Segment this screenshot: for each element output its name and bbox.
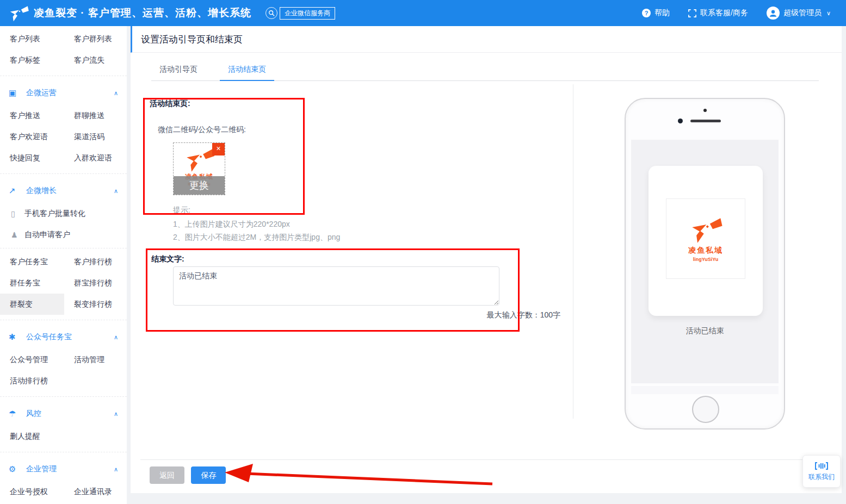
sidebar-item[interactable]: ♟自动申请客户 bbox=[0, 224, 127, 245]
contact-service-button[interactable]: 联系客服/商务 bbox=[688, 8, 748, 18]
replace-image-button[interactable]: 更换 bbox=[174, 176, 225, 195]
top-header: 凌鱼裂变 · 客户管理、运营、活粉、增长系统 企业微信服务商 ? 帮助 联系客服… bbox=[0, 0, 846, 26]
sidebar-item[interactable]: 群裂变 bbox=[0, 294, 64, 315]
sidebar-item[interactable]: 客户欢迎语 bbox=[0, 126, 64, 147]
end-text-input[interactable]: 活动已结束 bbox=[173, 266, 499, 306]
qr-image-upload-preview[interactable]: × 凌鱼私域 lingYuSiYu 更换 bbox=[173, 142, 225, 195]
sidebar: 客户列表客户群列表客户标签客户流失▣企微运营∧客户推送群聊推送客户欢迎语渠道活码… bbox=[0, 26, 127, 504]
chevron-up-icon: ∧ bbox=[114, 410, 118, 418]
divider bbox=[0, 396, 127, 397]
sidebar-group-header[interactable]: ☂风控∧ bbox=[0, 402, 127, 426]
sidebar-item[interactable]: 入群欢迎语 bbox=[64, 147, 127, 169]
sidebar-item bbox=[64, 370, 127, 391]
sidebar-item[interactable]: 客户流失 bbox=[64, 49, 127, 71]
sidebar-item[interactable]: ▯手机客户批量转化 bbox=[0, 203, 127, 224]
sidebar-item[interactable]: 群宝排行榜 bbox=[64, 272, 127, 294]
sidebar-item[interactable]: 群任务宝 bbox=[0, 272, 64, 294]
help-label: 帮助 bbox=[654, 8, 670, 18]
scan-frame-icon bbox=[688, 9, 696, 17]
phone-home-button bbox=[692, 396, 719, 423]
sidebar-group-header[interactable]: ✱公众号任务宝∧ bbox=[0, 325, 127, 349]
contact-us-label: 联系我们 bbox=[808, 472, 835, 482]
sidebar-group-title: 企业管理 bbox=[26, 464, 114, 474]
sidebar-group-header[interactable]: ⚙企业管理∧ bbox=[0, 457, 127, 481]
sidebar-item-grid: 客户列表客户群列表客户标签客户流失 bbox=[0, 28, 127, 71]
save-button[interactable]: 保存 bbox=[191, 466, 226, 484]
sidebar-group-2: ↗企微增长∧▯手机客户批量转化♟自动申请客户客户任务宝客户排行榜群任务宝群宝排行… bbox=[0, 177, 127, 317]
sidebar-group-1: ▣企微运营∧客户推送群聊推送客户欢迎语渠道活码快捷回复入群欢迎语 bbox=[0, 79, 127, 171]
sidebar-item[interactable]: 公众号管理 bbox=[0, 349, 64, 370]
avatar bbox=[767, 7, 780, 20]
tips-title: 提示: bbox=[173, 206, 190, 215]
sidebar-group-title: 企微运营 bbox=[26, 88, 114, 98]
divider bbox=[0, 76, 127, 76]
sidebar-item[interactable]: 企业号授权 bbox=[0, 481, 64, 502]
divider bbox=[0, 248, 127, 248]
logo-latin-text: lingYuSiYu bbox=[693, 257, 719, 262]
sidebar-item[interactable]: 活动排行榜 bbox=[0, 370, 64, 391]
sidebar-item[interactable]: 客户标签 bbox=[0, 49, 64, 71]
sidebar-item[interactable]: 快捷回复 bbox=[0, 147, 64, 169]
sidebar-item[interactable]: 裂变排行榜 bbox=[64, 294, 127, 315]
divider bbox=[0, 452, 127, 452]
sidebar-item[interactable]: 企业通讯录 bbox=[64, 481, 127, 502]
sidebar-group-header[interactable]: ▣企微运营∧ bbox=[0, 81, 127, 105]
sidebar-group-5: ⚙企业管理∧企业号授权企业通讯录订单中心我的产品 bbox=[0, 455, 127, 504]
brand-logo-image bbox=[183, 146, 215, 172]
sidebar-item[interactable]: 渠道活码 bbox=[64, 126, 127, 147]
phone-camera-icon bbox=[678, 119, 683, 123]
question-icon: ? bbox=[642, 9, 651, 17]
sidebar-item[interactable]: 客户列表 bbox=[0, 28, 64, 49]
tip-line-1: 1、上传图片建议尺寸为220*220px bbox=[173, 220, 290, 229]
sidebar-item-grid: 删人提醒 bbox=[0, 426, 127, 447]
asterisk-icon: ✱ bbox=[9, 332, 20, 342]
sidebar-item-grid: 客户任务宝客户排行榜群任务宝群宝排行榜群裂变裂变排行榜 bbox=[0, 251, 127, 315]
help-button[interactable]: ? 帮助 bbox=[642, 8, 670, 18]
sidebar-item[interactable]: 群聊推送 bbox=[64, 105, 127, 126]
tab-bar: 活动引导页 活动结束页 bbox=[151, 60, 819, 81]
sidebar-item bbox=[64, 426, 127, 447]
sidebar-item-grid: 客户推送群聊推送客户欢迎语渠道活码快捷回复入群欢迎语 bbox=[0, 105, 127, 169]
tab-activity-guide-page[interactable]: 活动引导页 bbox=[151, 60, 206, 80]
sidebar-item-label: 自动申请客户 bbox=[24, 230, 70, 240]
gear-icon: ⚙ bbox=[9, 464, 20, 474]
end-text-label: 结束文字: bbox=[151, 254, 184, 264]
chevron-up-icon: ∧ bbox=[114, 466, 118, 473]
form-footer: 返回 保存 bbox=[140, 459, 822, 493]
sidebar-item[interactable]: 活动管理 bbox=[64, 349, 127, 370]
chevron-up-icon: ∧ bbox=[114, 90, 118, 97]
sidebar-item-grid: 公众号管理活动管理活动排行榜 bbox=[0, 349, 127, 391]
sidebar-group-3: ✱公众号任务宝∧公众号管理活动管理活动排行榜 bbox=[0, 323, 127, 394]
sidebar-item[interactable]: 删人提醒 bbox=[0, 426, 64, 447]
sidebar-group-header[interactable]: ↗企微增长∧ bbox=[0, 179, 127, 203]
sidebar-group-title: 风控 bbox=[26, 409, 114, 419]
end-page-section-label: 活动结束页: bbox=[150, 99, 190, 109]
sidebar-item-grid: 企业号授权企业通讯录订单中心我的产品 bbox=[0, 481, 127, 504]
page-title: 设置活动引导页和结束页 bbox=[141, 33, 243, 46]
sidebar-group-title: 企微增长 bbox=[26, 186, 114, 196]
qr-code-label: 微信二维码/公众号二维码: bbox=[158, 125, 246, 135]
remove-image-button[interactable]: × bbox=[212, 143, 225, 155]
sidebar-item[interactable]: 客户排行榜 bbox=[64, 251, 127, 272]
phone-speaker bbox=[690, 120, 721, 122]
vertical-divider bbox=[573, 84, 573, 419]
sidebar-item[interactable]: 客户推送 bbox=[0, 105, 64, 126]
tip-line-2: 2、图片大小不能超过2M，支持图片类型jpg、png bbox=[173, 233, 340, 242]
sidebar-group-4: ☂风控∧删人提醒 bbox=[0, 400, 127, 449]
max-input-counter: 最大输入字数：100字 bbox=[304, 310, 560, 320]
back-button[interactable]: 返回 bbox=[150, 466, 184, 484]
chevron-down-icon: ∨ bbox=[826, 10, 831, 17]
preview-logo-box: 凌鱼私域 lingYuSiYu bbox=[666, 198, 745, 279]
sidebar-item[interactable]: 客户群列表 bbox=[64, 28, 127, 49]
user-label: 超级管理员 bbox=[783, 8, 822, 18]
brand-fish-icon bbox=[8, 4, 29, 22]
chart-icon: ▣ bbox=[9, 88, 20, 98]
wechat-service-badge[interactable]: 企业微信服务商 bbox=[265, 7, 335, 20]
phone-bottom-strip bbox=[631, 386, 779, 394]
contact-us-button[interactable]: 联系我们 bbox=[802, 455, 841, 488]
search-icon bbox=[265, 7, 277, 19]
tab-activity-end-page[interactable]: 活动结束页 bbox=[220, 60, 274, 81]
wechat-service-badge-label: 企业微信服务商 bbox=[280, 7, 335, 20]
user-menu[interactable]: 超级管理员 ∨ bbox=[767, 7, 831, 20]
sidebar-item[interactable]: 客户任务宝 bbox=[0, 251, 64, 272]
